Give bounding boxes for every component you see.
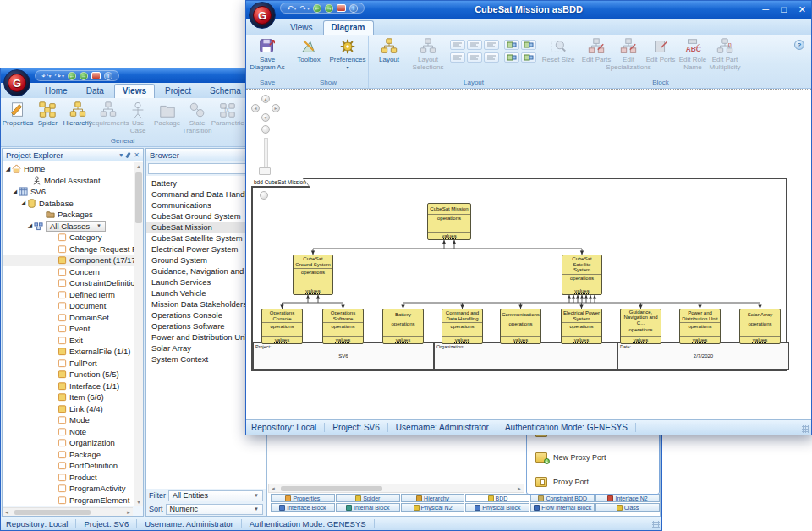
block-ops-console[interactable]: Operations Console operations values...	[261, 309, 303, 344]
ribbon-tab-views[interactable]: Views	[114, 84, 155, 98]
redo-icon[interactable]: ↷▾	[55, 72, 65, 80]
tree-item[interactable]: Model Assistant	[3, 175, 143, 187]
zoom-out-icon[interactable]	[260, 191, 268, 200]
properties-button[interactable]: Properties	[3, 99, 33, 128]
project-explorer-hscrollbar[interactable]: ◄►	[3, 507, 133, 516]
align-top-button[interactable]	[450, 52, 465, 63]
back-icon[interactable]: ←	[68, 72, 76, 80]
edit-ports-button[interactable]: Edit Ports	[645, 36, 677, 64]
view-tab-constraint-bdd[interactable]: Constraint BDD	[530, 494, 595, 502]
spider-button[interactable]: Spider	[33, 99, 63, 128]
pan-down-icon[interactable]: ▼	[261, 113, 270, 122]
project-explorer-vscrollbar[interactable]: ▲▼	[134, 162, 143, 506]
tree-item[interactable]: Item (6/6)	[3, 391, 143, 403]
tree-item[interactable]: Product	[3, 472, 143, 484]
tree-item[interactable]: Document	[3, 300, 143, 312]
diagram-area-hscrollbar[interactable]: ◄►	[268, 484, 524, 493]
block-satellite[interactable]: CubeSat Satellite System operations valu…	[562, 255, 602, 295]
tree-item[interactable]: ◢ All Classes▼	[3, 221, 143, 233]
tree-item[interactable]: Interface (1/1)	[3, 380, 143, 392]
tree-item[interactable]: Concern	[3, 266, 143, 278]
align-left-button[interactable]	[450, 40, 465, 50]
view-tab-physical-n2[interactable]: Physical N2	[401, 503, 465, 512]
resize-grip-icon[interactable]	[802, 425, 809, 433]
view-tab-physical-block[interactable]: Physical Block	[465, 503, 529, 512]
fit-width-button[interactable]	[504, 40, 519, 50]
fit-height-button[interactable]	[504, 52, 519, 63]
align-middle-button[interactable]	[467, 52, 482, 63]
undo-icon[interactable]: ↶▾	[41, 72, 52, 80]
app-logo-icon[interactable]: G	[3, 69, 30, 96]
pan-right-icon[interactable]: ►	[272, 104, 280, 112]
align-bottom-button[interactable]	[484, 52, 499, 63]
tree-item[interactable]: Exit	[3, 335, 143, 347]
edit-part-multiplicity-button[interactable]: nEdit Part Multiplicity	[709, 36, 741, 71]
tree-item[interactable]: Note	[3, 426, 143, 438]
ribbon-tab-project[interactable]: Project	[156, 84, 200, 98]
filter-select[interactable]: All Entities▼	[168, 490, 263, 501]
zoom-origin-icon[interactable]	[261, 125, 270, 134]
view-tab-internal-block[interactable]: Internal Block	[336, 503, 400, 512]
tree-item[interactable]: ◢ Home	[3, 163, 143, 175]
reset-size-button[interactable]: Reset Size	[539, 36, 578, 64]
close-button[interactable]: ✕	[798, 3, 806, 15]
fit-page-button[interactable]	[521, 40, 536, 50]
state-transition-button[interactable]: State Transition	[182, 99, 212, 134]
preferences-button[interactable]: Preferences▾	[328, 36, 367, 71]
pan-left-icon[interactable]: ◄	[251, 104, 260, 112]
ribbon-tab-views[interactable]: Views	[282, 20, 321, 35]
view-tab-bdd[interactable]: BDD	[465, 494, 529, 502]
tree-item[interactable]: PortDefinition	[3, 460, 143, 472]
tree-item[interactable]: Event	[3, 323, 143, 335]
toolbox-item[interactable]: + New Proxy Port	[535, 449, 650, 466]
forward-icon[interactable]: →	[80, 72, 88, 80]
diagram-window-titlebar[interactable]: G ↶▾ ↷▾ ← → i CubeSat Mission asBDD ─ □ …	[246, 1, 811, 19]
view-tab-flow-internal-block[interactable]: Flow Internal Block	[530, 503, 595, 512]
tree-item[interactable]: Change Request Packa	[3, 244, 143, 255]
tree-item[interactable]: ProgramElement	[3, 495, 143, 506]
diagram-canvas[interactable]: ▲ ◄ ► ▼ bdd CubeSat Mission CubeSat Miss…	[246, 89, 811, 419]
ribbon-tab-diagram[interactable]: Diagram	[323, 20, 374, 35]
close-icon[interactable]: ✕	[134, 151, 140, 159]
block-eps[interactable]: Electrical Power System operations value…	[561, 309, 602, 344]
align-right-button[interactable]	[484, 40, 499, 50]
tree-item[interactable]: ◢ Database	[3, 198, 143, 210]
tree-item[interactable]: Packages	[3, 209, 143, 221]
maximize-button[interactable]: □	[781, 3, 787, 15]
tree-item[interactable]: DomainSet	[3, 312, 143, 324]
tree-item[interactable]: Function (5/5)	[3, 369, 143, 380]
block-solar[interactable]: Solar Array operations values...	[739, 309, 781, 344]
tree-item[interactable]: Package	[3, 449, 143, 461]
requirements-button[interactable]: Requirements	[93, 99, 123, 128]
block-ops-software[interactable]: Operations Software operations values...	[322, 309, 364, 344]
save-diagram-as-button[interactable]: Save Diagram As	[248, 36, 287, 71]
tree-item[interactable]: ConstraintDefinition	[3, 277, 143, 289]
tree-item[interactable]: DefinedTerm	[3, 289, 143, 301]
layout-button[interactable]: Layout	[370, 36, 409, 64]
fit-selection-button[interactable]	[521, 52, 536, 63]
block-pdu[interactable]: Power and Distribution Unit operations v…	[679, 309, 721, 344]
help-icon[interactable]: ?	[794, 40, 804, 50]
screenshot-icon[interactable]	[91, 72, 101, 79]
panel-menu-icon[interactable]: ▾	[119, 151, 123, 159]
tree-item[interactable]: ExternalFile (1/1)	[3, 346, 143, 358]
ribbon-tab-home[interactable]: Home	[36, 84, 76, 98]
sort-select[interactable]: Numeric▼	[166, 504, 263, 515]
pan-up-icon[interactable]: ▲	[261, 95, 270, 103]
view-tab-interface-n2[interactable]: Interface N2	[595, 494, 660, 502]
view-tab-class[interactable]: Class	[595, 503, 660, 512]
edit-role-name-button[interactable]: ABCEdit Role Name	[677, 36, 709, 71]
tree-item[interactable]: Component (17/17)	[3, 255, 143, 266]
parametric-button[interactable]: fxParametric	[212, 99, 243, 128]
view-tab-hierarchy[interactable]: Hierarchy	[401, 494, 465, 502]
info-icon[interactable]: i	[104, 72, 112, 80]
tree-item[interactable]: Category	[3, 232, 143, 244]
ribbon-tab-data[interactable]: Data	[78, 84, 112, 98]
minimize-button[interactable]: ─	[762, 3, 769, 15]
class-filter-dropdown[interactable]: All Classes▼	[46, 221, 106, 232]
block-ground[interactable]: CubeSat Ground System operations values.…	[293, 255, 333, 295]
zoom-slider-handle[interactable]	[259, 167, 271, 175]
tree-item[interactable]: Mode	[3, 414, 143, 426]
app-logo-icon[interactable]: G	[249, 2, 276, 29]
tree-item[interactable]: FullPort	[3, 358, 143, 370]
